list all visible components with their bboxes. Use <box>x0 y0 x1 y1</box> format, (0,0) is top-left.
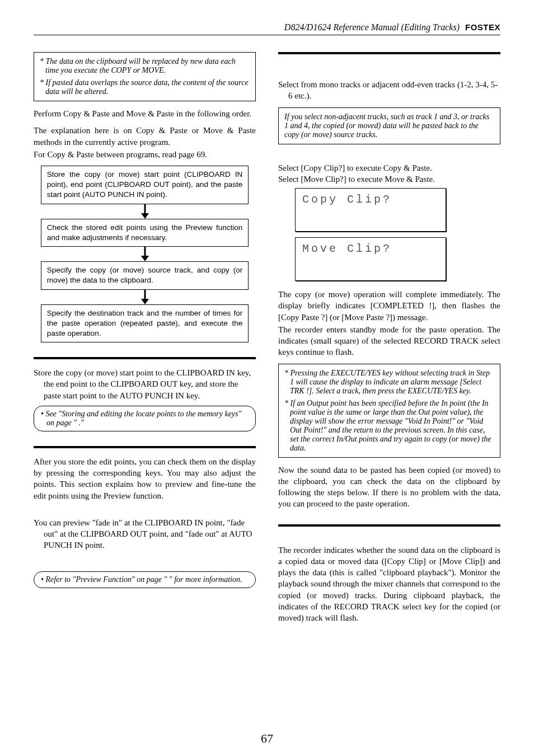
after-warn: Now the sound data to be pasted has been… <box>278 464 500 510</box>
clipboard-playback-text: The recorder indicates whether the sound… <box>278 544 500 624</box>
svg-marker-5 <box>141 299 149 304</box>
nonadjacent-note: If you select non-adjacent tracks, such … <box>278 107 500 144</box>
select-tracks-step: Select from mono tracks or adjacent odd-… <box>288 79 500 102</box>
preview-intro: After you store the edit points, you can… <box>34 456 256 501</box>
preview-step: You can preview "fade in" at the CLIPBOA… <box>44 517 256 551</box>
store-step: Store the copy (or move) start point to … <box>44 367 256 401</box>
result-1: The copy (or move) operation will comple… <box>278 289 500 323</box>
intro-2: The explanation here is on Copy & Paste … <box>34 125 256 148</box>
lcd-copy-clip: Copy Clip? <box>295 188 446 232</box>
flow-step-3: Specify the copy (or move) source track,… <box>41 261 249 289</box>
warning-box: * Pressing the EXECUTE/YES key without s… <box>278 364 500 458</box>
see-storing-ref: • See "Storing and editing the locate po… <box>34 406 256 431</box>
intro-3: For Copy & Paste between programs, read … <box>34 149 256 160</box>
arrow-icon <box>34 290 256 304</box>
svg-marker-1 <box>141 213 149 219</box>
section-rule <box>34 357 256 359</box>
note-1: * The data on the clipboard will be repl… <box>40 57 250 75</box>
warn-1: * Pressing the EXECUTE/YES key without s… <box>284 369 494 396</box>
section-rule <box>34 446 256 448</box>
page-header: D824/D1624 Reference Manual (Editing Tra… <box>34 22 500 35</box>
arrow-icon <box>34 247 256 261</box>
section-rule <box>278 524 500 527</box>
section-rule <box>278 52 500 54</box>
page-number: 67 <box>0 731 534 746</box>
warn-2: * If an Output point has been specified … <box>284 399 494 453</box>
result-2: The recorder enters standby mode for the… <box>278 324 500 358</box>
two-column-layout: * The data on the clipboard will be repl… <box>34 52 500 629</box>
select-copy-step: Select [Copy Clip?] to execute Copy & Pa… <box>288 162 500 173</box>
flow-step-4: Specify the destination track and the nu… <box>41 304 249 343</box>
select-move-step: Select [Move Clip?] to execute Move & Pa… <box>288 173 500 185</box>
arrow-icon <box>34 204 256 219</box>
note-2: * If pasted data overlaps the source dat… <box>40 78 250 96</box>
header-title: D824/D1624 Reference Manual (Editing Tra… <box>284 22 460 32</box>
left-column: * The data on the clipboard will be repl… <box>34 52 256 629</box>
flow-step-2: Check the stored edit points using the P… <box>41 219 249 247</box>
lcd-move-clip: Move Clip? <box>295 237 446 281</box>
nonadjacent-note-text: If you select non-adjacent tracks, such … <box>284 112 494 139</box>
see-preview-ref: • Refer to "Preview Function" on page " … <box>34 571 256 588</box>
brand-logo: FOSTEX <box>465 22 500 32</box>
intro-1: Perform Copy & Paste and Move & Paste in… <box>34 108 256 119</box>
flow-step-1: Store the copy (or move) start point (CL… <box>41 166 249 204</box>
svg-marker-3 <box>141 256 149 261</box>
right-column: Select from mono tracks or adjacent odd-… <box>278 52 500 629</box>
clipboard-notes-box: * The data on the clipboard will be repl… <box>34 52 256 101</box>
flowchart: Store the copy (or move) start point (CL… <box>34 166 256 342</box>
